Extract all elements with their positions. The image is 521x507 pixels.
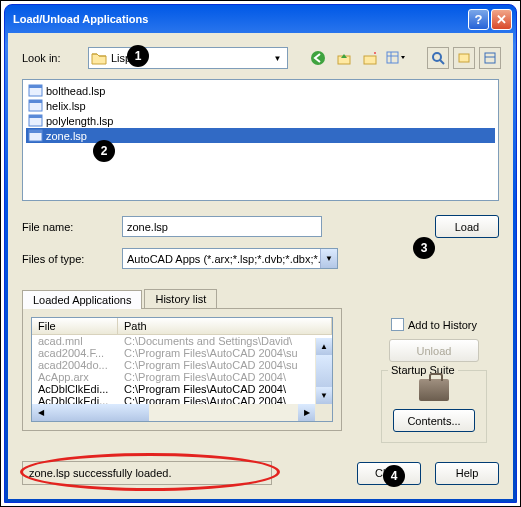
tool-icon-a[interactable]	[453, 47, 475, 69]
filetype-label: Files of type:	[22, 253, 112, 265]
tab-history-list[interactable]: History list	[144, 289, 217, 308]
dialog-window: Load/Unload Applications ? ✕ Look in: Li…	[4, 4, 517, 503]
tab-loaded-applications[interactable]: Loaded Applications	[22, 290, 142, 309]
applications-listview[interactable]: File Path acad.mnlC:\Documents and Setti…	[31, 317, 333, 422]
look-in-label: Look in:	[22, 52, 82, 64]
scroll-right-icon[interactable]: ▶	[298, 404, 315, 421]
look-in-combo[interactable]: Lisp ▼	[88, 47, 288, 69]
list-row[interactable]: acad2004do...C:\Program Files\AutoCAD 20…	[32, 359, 332, 371]
find-icon[interactable]	[427, 47, 449, 69]
chevron-down-icon: ▼	[320, 249, 337, 268]
scroll-down-icon[interactable]: ▼	[316, 387, 332, 404]
horizontal-scrollbar[interactable]: ◀ ▶	[32, 404, 315, 421]
svg-point-6	[433, 53, 441, 61]
chevron-down-icon: ▼	[270, 54, 285, 63]
filename-input[interactable]	[122, 216, 322, 237]
list-row[interactable]: acad.mnlC:\Documents and Settings\David\	[32, 335, 332, 347]
svg-rect-9	[485, 53, 495, 63]
svg-rect-14	[29, 100, 42, 103]
look-in-value: Lisp	[111, 52, 270, 64]
svg-line-7	[440, 60, 444, 64]
titlebar: Load/Unload Applications ? ✕	[5, 5, 516, 33]
file-item[interactable]: polylength.lsp	[26, 113, 495, 128]
filename-label: File name:	[22, 221, 112, 233]
column-file[interactable]: File	[32, 318, 118, 334]
folder-icon	[91, 51, 111, 65]
vertical-scrollbar[interactable]: ▲ ▼	[315, 338, 332, 404]
scroll-thumb[interactable]	[49, 404, 149, 421]
add-to-history-checkbox[interactable]: Add to History	[391, 318, 477, 331]
up-folder-icon[interactable]	[334, 48, 354, 68]
lsp-file-icon	[28, 84, 43, 97]
views-icon[interactable]	[386, 48, 406, 68]
file-item[interactable]: helix.lsp	[26, 98, 495, 113]
file-item[interactable]: zone.lsp	[26, 128, 495, 143]
lsp-file-icon	[28, 114, 43, 127]
title-text: Load/Unload Applications	[13, 13, 466, 25]
svg-rect-18	[29, 130, 42, 133]
file-listbox[interactable]: bolthead.lsp helix.lsp polylength.lsp zo…	[22, 79, 499, 201]
svg-rect-8	[459, 54, 469, 62]
column-path[interactable]: Path	[118, 318, 332, 334]
startup-suite-group: Startup Suite Contents...	[381, 370, 487, 443]
contents-button[interactable]: Contents...	[393, 409, 475, 432]
help-button[interactable]: Help	[435, 462, 499, 485]
titlebar-close-button[interactable]: ✕	[491, 9, 512, 30]
svg-rect-2	[364, 56, 376, 64]
svg-rect-12	[29, 85, 42, 88]
tool-icon-b[interactable]	[479, 47, 501, 69]
load-button[interactable]: Load	[435, 215, 499, 238]
scroll-up-icon[interactable]: ▲	[316, 338, 332, 355]
scroll-left-icon[interactable]: ◀	[32, 404, 49, 421]
back-icon[interactable]	[308, 48, 328, 68]
svg-point-0	[311, 51, 325, 65]
lsp-file-icon	[28, 129, 43, 142]
briefcase-icon[interactable]	[419, 379, 449, 401]
list-row[interactable]: acad2004.F...C:\Program Files\AutoCAD 20…	[32, 347, 332, 359]
list-row[interactable]: AcDblClkEdi...C:\Program Files\AutoCAD 2…	[32, 383, 332, 395]
file-item[interactable]: bolthead.lsp	[26, 83, 495, 98]
svg-rect-16	[29, 115, 42, 118]
checkbox-icon	[391, 318, 404, 331]
svg-rect-3	[387, 52, 398, 63]
list-row[interactable]: AcApp.arxC:\Program Files\AutoCAD 2004\	[32, 371, 332, 383]
create-folder-icon[interactable]	[360, 48, 380, 68]
close-button[interactable]: Close	[357, 462, 421, 485]
status-text: zone.lsp successfully loaded.	[22, 461, 272, 485]
filetype-combo[interactable]: AutoCAD Apps (*.arx;*.lsp;*.dvb;*.dbx;*.…	[122, 248, 338, 269]
titlebar-help-button[interactable]: ?	[468, 9, 489, 30]
unload-button[interactable]: Unload	[389, 339, 479, 362]
lsp-file-icon	[28, 99, 43, 112]
